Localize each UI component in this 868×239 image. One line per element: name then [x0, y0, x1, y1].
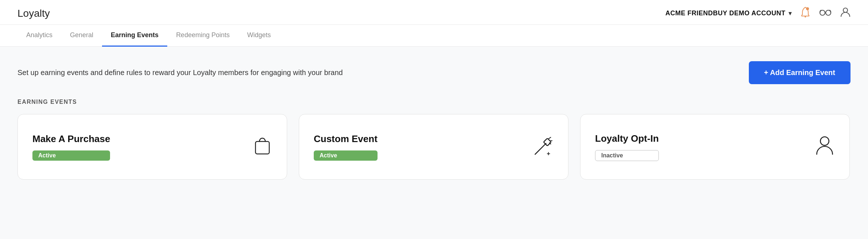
- svg-point-3: [826, 10, 831, 15]
- tab-redeeming-points[interactable]: Redeeming Points: [167, 25, 238, 47]
- user-profile-icon[interactable]: [840, 7, 851, 20]
- svg-text:+: +: [547, 150, 550, 157]
- status-badge: Inactive: [595, 150, 659, 161]
- user-icon: [814, 135, 835, 158]
- card-left: Make A Purchase Active: [32, 133, 110, 161]
- description-text: Set up earning events and define rules t…: [17, 68, 343, 77]
- header: Loyalty ACME FRIENDBUY DEMO ACCOUNT ▾: [0, 0, 868, 25]
- card-left: Custom Event Active: [314, 133, 378, 161]
- description-row: Set up earning events and define rules t…: [17, 61, 851, 84]
- chevron-down-icon: ▾: [789, 10, 792, 17]
- shopping-bag-icon: [253, 136, 272, 158]
- status-badge: Active: [32, 150, 110, 161]
- add-earning-event-button[interactable]: + Add Earning Event: [749, 61, 851, 84]
- svg-point-4: [843, 8, 848, 12]
- glasses-icon[interactable]: [819, 8, 832, 19]
- bell-icon[interactable]: [800, 7, 810, 20]
- card-left: Loyalty Opt-In Inactive: [595, 133, 659, 161]
- card-title: Loyalty Opt-In: [595, 133, 659, 144]
- header-right: ACME FRIENDBUY DEMO ACCOUNT ▾: [665, 7, 851, 20]
- svg-line-8: [549, 137, 551, 139]
- main-content: Set up earning events and define rules t…: [0, 47, 868, 194]
- svg-point-0: [805, 16, 806, 17]
- account-name[interactable]: ACME FRIENDBUY DEMO ACCOUNT ▾: [665, 9, 791, 17]
- svg-point-1: [806, 7, 809, 10]
- svg-line-6: [535, 144, 546, 154]
- svg-rect-5: [255, 141, 269, 154]
- tab-general[interactable]: General: [61, 25, 102, 47]
- earning-event-card-custom-event[interactable]: Custom Event Active +: [299, 114, 568, 180]
- earning-event-card-loyalty-opt-in[interactable]: Loyalty Opt-In Inactive: [580, 114, 850, 180]
- wand-icon: +: [532, 136, 554, 158]
- status-badge: Active: [314, 150, 378, 161]
- svg-point-2: [820, 10, 825, 15]
- app-title: Loyalty: [17, 8, 50, 19]
- earning-events-list: Make A Purchase Active Custom Event Acti…: [17, 114, 851, 180]
- tab-analytics[interactable]: Analytics: [17, 25, 61, 47]
- tab-widgets[interactable]: Widgets: [238, 25, 279, 47]
- card-title: Make A Purchase: [32, 133, 110, 145]
- nav-bar: Analytics General Earning Events Redeemi…: [0, 25, 868, 47]
- card-title: Custom Event: [314, 133, 378, 145]
- section-title: EARNING EVENTS: [17, 99, 851, 105]
- earning-event-card-make-a-purchase[interactable]: Make A Purchase Active: [17, 114, 287, 180]
- svg-point-12: [820, 137, 829, 145]
- tab-earning-events[interactable]: Earning Events: [102, 25, 167, 47]
